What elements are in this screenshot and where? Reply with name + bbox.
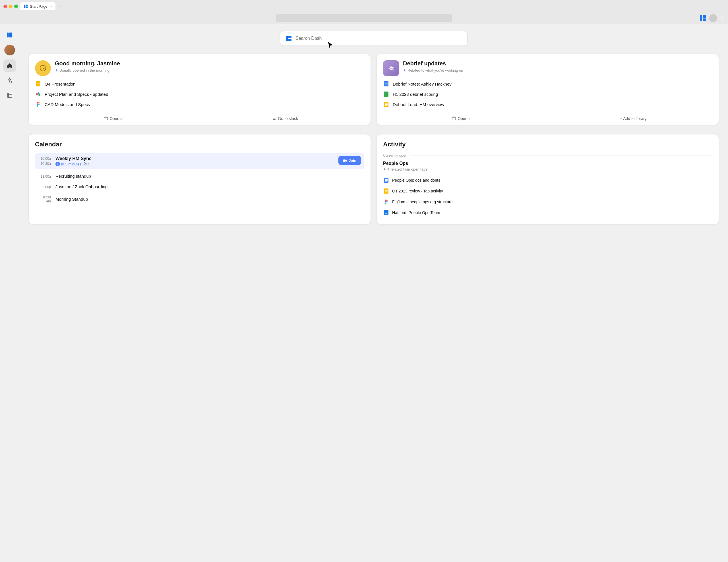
event-time-2: 2:00p xyxy=(38,185,51,189)
svg-rect-25 xyxy=(37,102,38,104)
list-item[interactable]: Project Plan and Specs - updated xyxy=(35,91,364,97)
bottom-grid: Calendar 10:00a 10:30a Weekly HM Sync Z … xyxy=(28,134,719,225)
calendar-event-3[interactable]: 10:30 am Morning Standup xyxy=(35,192,364,206)
join-meeting-button[interactable]: Join xyxy=(338,156,361,165)
clock-icon xyxy=(39,64,47,72)
calendar-event-2[interactable]: 2:00p Jasmine / Zack Onboarding xyxy=(35,181,364,192)
morning-card: Good morning, Jasmine ✦ Usually opened i… xyxy=(28,54,371,125)
debrief-card-icon xyxy=(383,60,399,76)
svg-rect-31 xyxy=(273,118,276,118)
activity-item-4: Hanford: People Ops Team xyxy=(392,210,440,215)
sidebar-item-logo[interactable] xyxy=(3,29,16,41)
list-item[interactable]: Debrief Lead: HM overview xyxy=(383,101,712,108)
svg-rect-57 xyxy=(385,191,388,192)
svg-rect-12 xyxy=(286,36,288,41)
tab-title: Start Page xyxy=(30,4,47,9)
list-item[interactable]: FigJam – people ops org structure xyxy=(383,197,712,207)
calendar-event-highlighted[interactable]: 10:00a 10:30a Weekly HM Sync Z In 5 minu… xyxy=(35,153,364,169)
traffic-lights xyxy=(3,5,18,8)
event-title-1: Recruiting standup xyxy=(55,174,91,179)
svg-rect-35 xyxy=(385,83,388,84)
debrief-title: Debrief updates xyxy=(403,60,463,67)
svg-rect-67 xyxy=(385,214,387,214)
google-sheet-icon xyxy=(383,91,389,97)
minimize-window-button[interactable] xyxy=(9,5,13,8)
sidebar-item-home[interactable] xyxy=(3,59,16,72)
attendees: 5 xyxy=(83,162,90,166)
video-icon xyxy=(343,159,347,163)
search-dash-logo xyxy=(285,35,292,42)
svg-rect-45 xyxy=(385,104,388,105)
add-to-library-button[interactable]: + Add to library xyxy=(548,112,719,125)
event-title: Weekly HM Sync xyxy=(55,156,334,161)
svg-rect-9 xyxy=(7,93,12,98)
svg-rect-47 xyxy=(452,117,455,120)
dash-tab-icon xyxy=(24,4,28,9)
google-doc-teal-activity-icon xyxy=(383,210,389,216)
google-doc-yellow2-icon xyxy=(383,101,389,108)
sidebar-item-library[interactable] xyxy=(3,89,16,102)
list-item[interactable]: Q4 Presentation xyxy=(35,81,364,87)
new-tab-button[interactable]: + xyxy=(57,3,64,10)
svg-rect-46 xyxy=(385,105,387,106)
debrief-card-items: Debrief Notes: Ashley Hackney xyxy=(377,81,719,112)
morning-card-icon xyxy=(35,60,51,76)
address-bar[interactable] xyxy=(276,14,452,22)
main-content: Good morning, Jasmine ✦ Usually opened i… xyxy=(19,24,728,562)
tab-bar: Start Page × + xyxy=(20,2,64,10)
tab-start-page[interactable]: Start Page × xyxy=(20,2,55,10)
list-item[interactable]: CAD Models and Specs xyxy=(35,101,364,108)
list-item[interactable]: People Ops: dos and donts xyxy=(383,175,712,186)
calendar-event-1[interactable]: 11:00a Recruiting standup xyxy=(35,171,364,181)
fullscreen-window-button[interactable] xyxy=(14,5,18,8)
morning-item-1: Q4 Presentation xyxy=(45,82,75,86)
debrief-open-all-button[interactable]: Open all xyxy=(377,112,548,125)
svg-line-17 xyxy=(43,68,44,69)
debrief-card-header: Debrief updates ✦ Related to what you're… xyxy=(377,54,719,81)
debrief-subtitle: ✦ Related to what you're working on xyxy=(403,68,463,73)
open-all-button[interactable]: Open all xyxy=(29,112,200,125)
svg-rect-4 xyxy=(703,15,706,18)
search-bar[interactable] xyxy=(280,31,468,46)
sidebar-item-ai[interactable] xyxy=(3,74,16,87)
attendees-icon xyxy=(83,162,87,166)
google-doc-yellow-activity-icon xyxy=(383,188,389,194)
svg-rect-63 xyxy=(385,203,386,204)
svg-rect-59 xyxy=(385,200,386,201)
dash-logo-header[interactable] xyxy=(699,14,707,22)
tab-close-button[interactable]: × xyxy=(50,5,52,8)
activity-card: Activity Currently open People Ops ✦ 4 r… xyxy=(377,134,719,225)
activity-item-1: People Ops: dos and donts xyxy=(392,178,440,183)
svg-point-24 xyxy=(38,94,40,96)
search-input[interactable] xyxy=(295,36,462,41)
home-icon xyxy=(7,63,13,69)
svg-point-48 xyxy=(84,163,85,164)
list-item[interactable]: Q1 2023 review · Tab activity xyxy=(383,186,712,197)
svg-rect-21 xyxy=(37,85,39,85)
figma-icon xyxy=(35,101,41,108)
activity-group-title: People Ops xyxy=(383,161,712,166)
event-details: Weekly HM Sync Z In 5 minutes xyxy=(55,156,334,166)
more-options-button[interactable]: ⋮ xyxy=(719,15,725,21)
morning-greeting: Good morning, Jasmine xyxy=(55,60,120,67)
list-item[interactable]: Hanford: People Ops Team xyxy=(383,207,712,218)
close-window-button[interactable] xyxy=(3,5,7,8)
svg-rect-7 xyxy=(9,33,12,35)
event-time-group: 10:00a 10:30a xyxy=(38,156,51,166)
svg-rect-44 xyxy=(385,104,388,104)
sparkle-icon-debrief: ✦ xyxy=(403,68,406,73)
user-avatar-header[interactable] xyxy=(709,14,717,22)
stack-icon xyxy=(272,117,276,121)
svg-rect-65 xyxy=(385,212,388,212)
go-to-stack-button[interactable]: Go to stack xyxy=(200,112,371,125)
list-item[interactable]: Debrief Notes: Ashley Hackney xyxy=(383,81,712,87)
user-avatar-sidebar[interactable] xyxy=(4,45,15,55)
svg-rect-36 xyxy=(385,84,388,84)
svg-point-22 xyxy=(36,93,38,95)
svg-rect-32 xyxy=(273,119,276,119)
debrief-item-3: Debrief Lead: HM overview xyxy=(393,102,444,107)
list-item[interactable]: H1 2023 debrief scoring xyxy=(383,91,712,97)
svg-rect-14 xyxy=(288,39,291,41)
library-icon xyxy=(7,92,13,98)
event-time-3: 10:30 am xyxy=(38,195,51,203)
